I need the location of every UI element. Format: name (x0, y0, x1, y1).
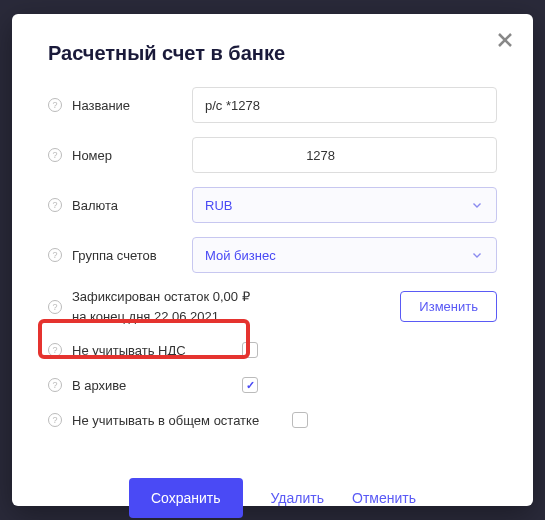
help-icon[interactable]: ? (48, 98, 62, 112)
help-icon[interactable]: ? (48, 300, 62, 314)
ignore-total-row: ? Не учитывать в общем остатке (48, 406, 497, 434)
help-icon[interactable]: ? (48, 248, 62, 262)
help-icon[interactable]: ? (48, 148, 62, 162)
currency-label: Валюта (72, 198, 192, 213)
close-icon[interactable] (495, 30, 515, 50)
ignore-vat-checkbox[interactable] (242, 342, 258, 358)
number-input[interactable] (192, 137, 497, 173)
help-icon[interactable]: ? (48, 343, 62, 357)
archived-label: В архиве (72, 378, 242, 393)
name-label: Название (72, 98, 192, 113)
balance-text: Зафиксирован остаток 0,00 ₽ на конец дня… (72, 287, 400, 326)
name-row: ? Название (48, 87, 497, 123)
change-button[interactable]: Изменить (400, 291, 497, 322)
currency-selected: RUB (205, 198, 232, 213)
group-row: ? Группа счетов Мой бизнес (48, 237, 497, 273)
modal-actions: Сохранить Удалить Отменить (48, 478, 497, 518)
bank-account-modal: Расчетный счет в банке ? Название ? Номе… (12, 14, 533, 506)
balance-line2: на конец дня 22.06.2021 (72, 307, 400, 327)
currency-row: ? Валюта RUB (48, 187, 497, 223)
number-label: Номер (72, 148, 192, 163)
archived-row: ? В архиве (48, 371, 497, 399)
archived-checkbox[interactable] (242, 377, 258, 393)
group-selected: Мой бизнес (205, 248, 276, 263)
help-icon[interactable]: ? (48, 413, 62, 427)
balance-line1: Зафиксирован остаток 0,00 ₽ (72, 289, 250, 304)
help-icon[interactable]: ? (48, 378, 62, 392)
ignore-total-checkbox[interactable] (292, 412, 308, 428)
delete-button[interactable]: Удалить (271, 490, 324, 506)
chevron-down-icon (470, 198, 484, 212)
group-label: Группа счетов (72, 248, 192, 263)
save-button[interactable]: Сохранить (129, 478, 243, 518)
help-icon[interactable]: ? (48, 198, 62, 212)
chevron-down-icon (470, 248, 484, 262)
ignore-vat-label: Не учитывать НДС (72, 343, 242, 358)
currency-select[interactable]: RUB (192, 187, 497, 223)
name-input[interactable] (192, 87, 497, 123)
number-row: ? Номер (48, 137, 497, 173)
balance-row: ? Зафиксирован остаток 0,00 ₽ на конец д… (48, 287, 497, 326)
ignore-total-label: Не учитывать в общем остатке (72, 413, 292, 428)
modal-title: Расчетный счет в банке (48, 42, 497, 65)
group-select[interactable]: Мой бизнес (192, 237, 497, 273)
ignore-vat-row: ? Не учитывать НДС (48, 336, 497, 364)
cancel-button[interactable]: Отменить (352, 490, 416, 506)
